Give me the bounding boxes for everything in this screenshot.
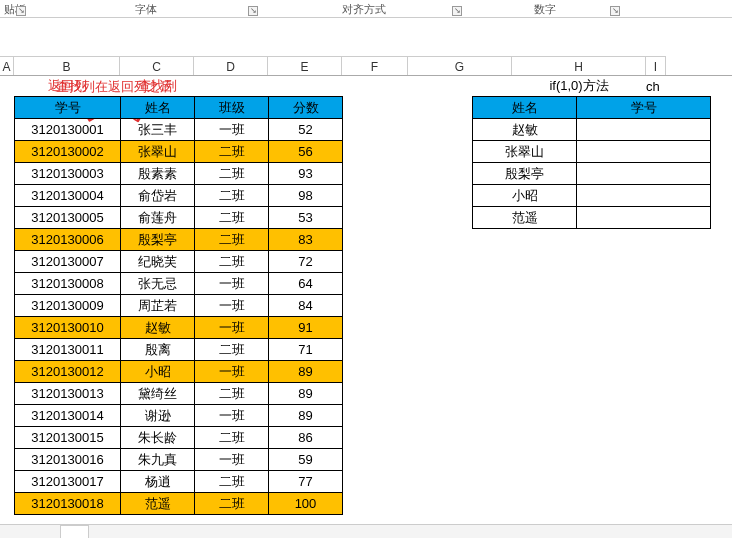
cell[interactable]: 周芷若: [121, 295, 195, 317]
cell[interactable]: 张三丰: [121, 119, 195, 141]
cell[interactable]: 72: [269, 251, 343, 273]
cell[interactable]: 3120130006: [15, 229, 121, 251]
cell[interactable]: 纪晓芙: [121, 251, 195, 273]
table-row[interactable]: 3120130005俞莲舟二班53: [15, 207, 343, 229]
cell[interactable]: [577, 163, 711, 185]
cell[interactable]: 一班: [195, 295, 269, 317]
cell[interactable]: 3120130007: [15, 251, 121, 273]
cell[interactable]: 53: [269, 207, 343, 229]
table-row[interactable]: 3120130001张三丰一班52: [15, 119, 343, 141]
cell[interactable]: 殷梨亭: [121, 229, 195, 251]
cell[interactable]: 3120130012: [15, 361, 121, 383]
table-row[interactable]: 3120130014谢逊一班89: [15, 405, 343, 427]
sheet-tabs[interactable]: [0, 524, 732, 538]
table-row[interactable]: 3120130018范遥二班100: [15, 493, 343, 515]
cell[interactable]: [577, 185, 711, 207]
cell[interactable]: 56: [269, 141, 343, 163]
column-header[interactable]: H: [512, 56, 646, 75]
cell[interactable]: 张翠山: [473, 141, 577, 163]
cell[interactable]: 64: [269, 273, 343, 295]
cell[interactable]: 84: [269, 295, 343, 317]
cell[interactable]: 3120130004: [15, 185, 121, 207]
table-header[interactable]: 班级: [195, 97, 269, 119]
cell[interactable]: 朱九真: [121, 449, 195, 471]
column-header[interactable]: F: [342, 56, 408, 75]
cell[interactable]: 俞莲舟: [121, 207, 195, 229]
cell[interactable]: 77: [269, 471, 343, 493]
column-header[interactable]: E: [268, 56, 342, 75]
cell[interactable]: 93: [269, 163, 343, 185]
cell[interactable]: 二班: [195, 185, 269, 207]
table-header[interactable]: 学号: [577, 97, 711, 119]
cell[interactable]: 3120130003: [15, 163, 121, 185]
cell[interactable]: 谢逊: [121, 405, 195, 427]
cell[interactable]: 赵敏: [473, 119, 577, 141]
cell[interactable]: 3120130013: [15, 383, 121, 405]
cell[interactable]: 二班: [195, 251, 269, 273]
table-row[interactable]: 3120130016朱九真一班59: [15, 449, 343, 471]
cell[interactable]: 3120130018: [15, 493, 121, 515]
table-row[interactable]: 3120130003殷素素二班93: [15, 163, 343, 185]
cell[interactable]: 3120130009: [15, 295, 121, 317]
table-row[interactable]: 3120130013黛绮丝二班89: [15, 383, 343, 405]
cell[interactable]: 89: [269, 405, 343, 427]
cell[interactable]: 91: [269, 317, 343, 339]
cell[interactable]: 殷离: [121, 339, 195, 361]
cell[interactable]: [577, 207, 711, 229]
cell[interactable]: 朱长龄: [121, 427, 195, 449]
cell[interactable]: 89: [269, 361, 343, 383]
cell[interactable]: 殷素素: [121, 163, 195, 185]
cell[interactable]: 二班: [195, 493, 269, 515]
cell[interactable]: 一班: [195, 273, 269, 295]
cell[interactable]: 赵敏: [121, 317, 195, 339]
cell[interactable]: 89: [269, 383, 343, 405]
table-row[interactable]: 3120130004俞岱岩二班98: [15, 185, 343, 207]
table-row[interactable]: 3120130010赵敏一班91: [15, 317, 343, 339]
cell[interactable]: 一班: [195, 317, 269, 339]
cell[interactable]: 一班: [195, 449, 269, 471]
table-row[interactable]: 3120130011殷离二班71: [15, 339, 343, 361]
table-row[interactable]: 3120130007纪晓芙二班72: [15, 251, 343, 273]
cell[interactable]: 二班: [195, 427, 269, 449]
cell[interactable]: 张翠山: [121, 141, 195, 163]
cell[interactable]: 二班: [195, 383, 269, 405]
column-header[interactable]: A: [0, 56, 14, 75]
cell[interactable]: 二班: [195, 207, 269, 229]
cell[interactable]: 83: [269, 229, 343, 251]
column-header[interactable]: G: [408, 56, 512, 75]
column-header[interactable]: D: [194, 56, 268, 75]
table-row[interactable]: 3120130002张翠山二班56: [15, 141, 343, 163]
dialog-launcher-icon[interactable]: ↘: [248, 6, 258, 16]
cell[interactable]: 52: [269, 119, 343, 141]
table-row[interactable]: 3120130015朱长龄二班86: [15, 427, 343, 449]
table-header[interactable]: 分数: [269, 97, 343, 119]
cell[interactable]: 小昭: [473, 185, 577, 207]
column-header[interactable]: I: [646, 56, 666, 75]
table-header[interactable]: 学号: [15, 97, 121, 119]
cell[interactable]: 二班: [195, 163, 269, 185]
cell[interactable]: 3120130005: [15, 207, 121, 229]
cell[interactable]: 98: [269, 185, 343, 207]
cell[interactable]: 二班: [195, 339, 269, 361]
cell[interactable]: 3120130016: [15, 449, 121, 471]
column-header[interactable]: C: [120, 56, 194, 75]
cell[interactable]: 黛绮丝: [121, 383, 195, 405]
dialog-launcher-icon[interactable]: ↘: [16, 6, 26, 16]
cell[interactable]: 俞岱岩: [121, 185, 195, 207]
table-header[interactable]: 姓名: [473, 97, 577, 119]
cell[interactable]: 100: [269, 493, 343, 515]
table-row[interactable]: 3120130008张无忌一班64: [15, 273, 343, 295]
cell[interactable]: 一班: [195, 119, 269, 141]
cell[interactable]: 3120130015: [15, 427, 121, 449]
table-header[interactable]: 姓名: [121, 97, 195, 119]
table-row[interactable]: 3120130009周芷若一班84: [15, 295, 343, 317]
lookup-table[interactable]: 姓名学号 赵敏张翠山殷梨亭小昭范遥: [472, 96, 711, 229]
column-header[interactable]: B: [14, 56, 120, 75]
table-row[interactable]: 3120130012小昭一班89: [15, 361, 343, 383]
table-row[interactable]: 范遥: [473, 207, 711, 229]
cell[interactable]: 张无忌: [121, 273, 195, 295]
cell[interactable]: 59: [269, 449, 343, 471]
cell[interactable]: 3120130014: [15, 405, 121, 427]
dialog-launcher-icon[interactable]: ↘: [610, 6, 620, 16]
cell[interactable]: 二班: [195, 471, 269, 493]
